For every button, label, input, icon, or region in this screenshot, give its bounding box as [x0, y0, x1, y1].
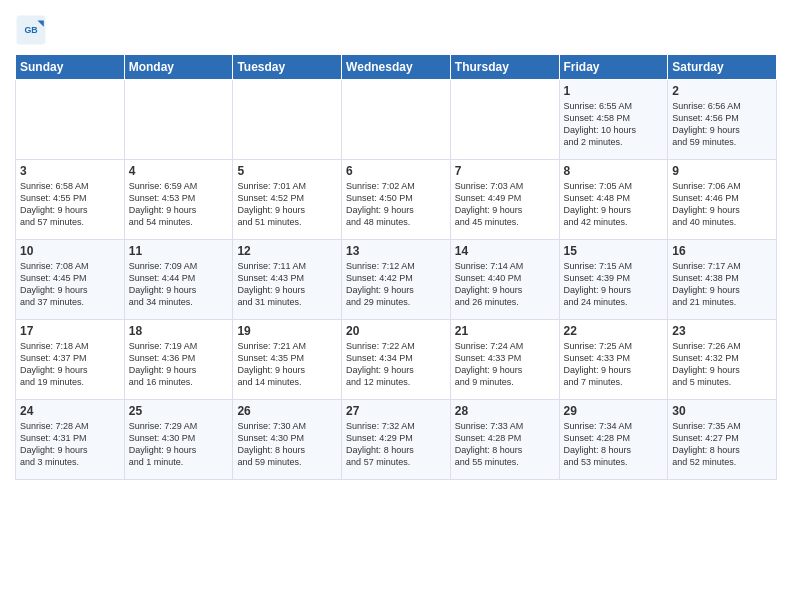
calendar-week-row: 1Sunrise: 6:55 AM Sunset: 4:58 PM Daylig… [16, 80, 777, 160]
calendar-cell: 21Sunrise: 7:24 AM Sunset: 4:33 PM Dayli… [450, 320, 559, 400]
day-number: 18 [129, 324, 229, 338]
calendar-cell: 16Sunrise: 7:17 AM Sunset: 4:38 PM Dayli… [668, 240, 777, 320]
calendar-cell: 29Sunrise: 7:34 AM Sunset: 4:28 PM Dayli… [559, 400, 668, 480]
svg-text:GB: GB [24, 25, 37, 35]
day-info: Sunrise: 7:24 AM Sunset: 4:33 PM Dayligh… [455, 340, 555, 389]
day-info: Sunrise: 7:34 AM Sunset: 4:28 PM Dayligh… [564, 420, 664, 469]
calendar-cell: 2Sunrise: 6:56 AM Sunset: 4:56 PM Daylig… [668, 80, 777, 160]
calendar-cell: 1Sunrise: 6:55 AM Sunset: 4:58 PM Daylig… [559, 80, 668, 160]
day-info: Sunrise: 7:17 AM Sunset: 4:38 PM Dayligh… [672, 260, 772, 309]
day-number: 4 [129, 164, 229, 178]
day-info: Sunrise: 6:58 AM Sunset: 4:55 PM Dayligh… [20, 180, 120, 229]
day-number: 21 [455, 324, 555, 338]
day-number: 29 [564, 404, 664, 418]
day-info: Sunrise: 7:22 AM Sunset: 4:34 PM Dayligh… [346, 340, 446, 389]
calendar-cell: 24Sunrise: 7:28 AM Sunset: 4:31 PM Dayli… [16, 400, 125, 480]
page: GB SundayMondayTuesdayWednesdayThursdayF… [0, 0, 792, 612]
calendar-cell: 18Sunrise: 7:19 AM Sunset: 4:36 PM Dayli… [124, 320, 233, 400]
header: GB [15, 10, 777, 46]
calendar-cell [450, 80, 559, 160]
calendar-cell: 23Sunrise: 7:26 AM Sunset: 4:32 PM Dayli… [668, 320, 777, 400]
calendar-cell: 13Sunrise: 7:12 AM Sunset: 4:42 PM Dayli… [342, 240, 451, 320]
day-number: 14 [455, 244, 555, 258]
day-info: Sunrise: 7:32 AM Sunset: 4:29 PM Dayligh… [346, 420, 446, 469]
weekday-header-thursday: Thursday [450, 55, 559, 80]
day-number: 26 [237, 404, 337, 418]
calendar-week-row: 10Sunrise: 7:08 AM Sunset: 4:45 PM Dayli… [16, 240, 777, 320]
day-number: 6 [346, 164, 446, 178]
calendar-cell: 14Sunrise: 7:14 AM Sunset: 4:40 PM Dayli… [450, 240, 559, 320]
day-info: Sunrise: 7:06 AM Sunset: 4:46 PM Dayligh… [672, 180, 772, 229]
day-number: 5 [237, 164, 337, 178]
day-number: 8 [564, 164, 664, 178]
day-number: 20 [346, 324, 446, 338]
weekday-header-saturday: Saturday [668, 55, 777, 80]
day-number: 30 [672, 404, 772, 418]
day-number: 2 [672, 84, 772, 98]
weekday-header-wednesday: Wednesday [342, 55, 451, 80]
day-number: 19 [237, 324, 337, 338]
day-info: Sunrise: 6:56 AM Sunset: 4:56 PM Dayligh… [672, 100, 772, 149]
day-info: Sunrise: 7:18 AM Sunset: 4:37 PM Dayligh… [20, 340, 120, 389]
calendar-week-row: 17Sunrise: 7:18 AM Sunset: 4:37 PM Dayli… [16, 320, 777, 400]
weekday-header-sunday: Sunday [16, 55, 125, 80]
logo-icon: GB [15, 14, 47, 46]
day-info: Sunrise: 7:33 AM Sunset: 4:28 PM Dayligh… [455, 420, 555, 469]
day-number: 22 [564, 324, 664, 338]
day-number: 9 [672, 164, 772, 178]
day-number: 12 [237, 244, 337, 258]
day-info: Sunrise: 7:15 AM Sunset: 4:39 PM Dayligh… [564, 260, 664, 309]
calendar-week-row: 24Sunrise: 7:28 AM Sunset: 4:31 PM Dayli… [16, 400, 777, 480]
calendar-cell: 3Sunrise: 6:58 AM Sunset: 4:55 PM Daylig… [16, 160, 125, 240]
calendar-cell: 19Sunrise: 7:21 AM Sunset: 4:35 PM Dayli… [233, 320, 342, 400]
calendar-cell: 10Sunrise: 7:08 AM Sunset: 4:45 PM Dayli… [16, 240, 125, 320]
calendar-cell: 9Sunrise: 7:06 AM Sunset: 4:46 PM Daylig… [668, 160, 777, 240]
calendar-cell: 7Sunrise: 7:03 AM Sunset: 4:49 PM Daylig… [450, 160, 559, 240]
day-info: Sunrise: 7:02 AM Sunset: 4:50 PM Dayligh… [346, 180, 446, 229]
day-info: Sunrise: 7:05 AM Sunset: 4:48 PM Dayligh… [564, 180, 664, 229]
day-info: Sunrise: 7:30 AM Sunset: 4:30 PM Dayligh… [237, 420, 337, 469]
day-info: Sunrise: 7:11 AM Sunset: 4:43 PM Dayligh… [237, 260, 337, 309]
day-info: Sunrise: 7:25 AM Sunset: 4:33 PM Dayligh… [564, 340, 664, 389]
day-number: 3 [20, 164, 120, 178]
day-info: Sunrise: 7:03 AM Sunset: 4:49 PM Dayligh… [455, 180, 555, 229]
calendar-cell [233, 80, 342, 160]
calendar-cell: 20Sunrise: 7:22 AM Sunset: 4:34 PM Dayli… [342, 320, 451, 400]
calendar-cell: 6Sunrise: 7:02 AM Sunset: 4:50 PM Daylig… [342, 160, 451, 240]
day-info: Sunrise: 7:28 AM Sunset: 4:31 PM Dayligh… [20, 420, 120, 469]
calendar-cell [342, 80, 451, 160]
day-info: Sunrise: 7:35 AM Sunset: 4:27 PM Dayligh… [672, 420, 772, 469]
calendar-cell: 30Sunrise: 7:35 AM Sunset: 4:27 PM Dayli… [668, 400, 777, 480]
calendar-cell: 28Sunrise: 7:33 AM Sunset: 4:28 PM Dayli… [450, 400, 559, 480]
calendar-table: SundayMondayTuesdayWednesdayThursdayFrid… [15, 54, 777, 480]
weekday-header-row: SundayMondayTuesdayWednesdayThursdayFrid… [16, 55, 777, 80]
calendar-cell: 22Sunrise: 7:25 AM Sunset: 4:33 PM Dayli… [559, 320, 668, 400]
day-number: 16 [672, 244, 772, 258]
calendar-cell [16, 80, 125, 160]
day-number: 17 [20, 324, 120, 338]
calendar-cell: 8Sunrise: 7:05 AM Sunset: 4:48 PM Daylig… [559, 160, 668, 240]
calendar-cell [124, 80, 233, 160]
day-number: 15 [564, 244, 664, 258]
calendar-cell: 25Sunrise: 7:29 AM Sunset: 4:30 PM Dayli… [124, 400, 233, 480]
day-info: Sunrise: 7:29 AM Sunset: 4:30 PM Dayligh… [129, 420, 229, 469]
day-number: 7 [455, 164, 555, 178]
day-number: 13 [346, 244, 446, 258]
day-number: 11 [129, 244, 229, 258]
day-number: 23 [672, 324, 772, 338]
day-number: 28 [455, 404, 555, 418]
calendar-week-row: 3Sunrise: 6:58 AM Sunset: 4:55 PM Daylig… [16, 160, 777, 240]
day-number: 27 [346, 404, 446, 418]
weekday-header-friday: Friday [559, 55, 668, 80]
day-number: 24 [20, 404, 120, 418]
calendar-cell: 26Sunrise: 7:30 AM Sunset: 4:30 PM Dayli… [233, 400, 342, 480]
day-info: Sunrise: 7:12 AM Sunset: 4:42 PM Dayligh… [346, 260, 446, 309]
day-info: Sunrise: 7:08 AM Sunset: 4:45 PM Dayligh… [20, 260, 120, 309]
calendar-cell: 15Sunrise: 7:15 AM Sunset: 4:39 PM Dayli… [559, 240, 668, 320]
day-info: Sunrise: 7:01 AM Sunset: 4:52 PM Dayligh… [237, 180, 337, 229]
calendar-cell: 17Sunrise: 7:18 AM Sunset: 4:37 PM Dayli… [16, 320, 125, 400]
day-info: Sunrise: 7:09 AM Sunset: 4:44 PM Dayligh… [129, 260, 229, 309]
day-number: 25 [129, 404, 229, 418]
day-info: Sunrise: 7:26 AM Sunset: 4:32 PM Dayligh… [672, 340, 772, 389]
calendar-cell: 4Sunrise: 6:59 AM Sunset: 4:53 PM Daylig… [124, 160, 233, 240]
